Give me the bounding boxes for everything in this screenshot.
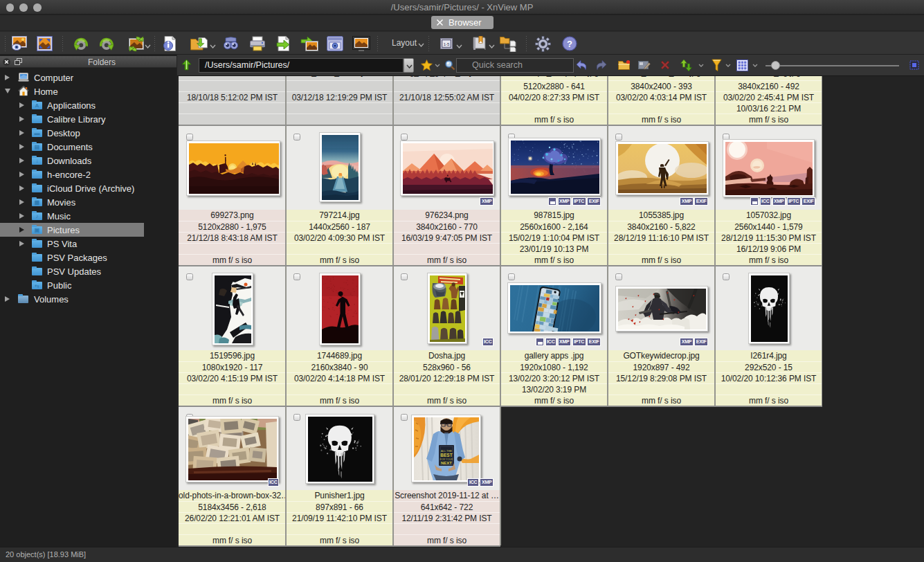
svg-text:?: ? <box>567 39 572 49</box>
svg-text:NEXT: NEXT <box>440 461 451 465</box>
svg-text:BEST: BEST <box>440 453 452 457</box>
svg-text:1-5: 1-5 <box>444 42 450 46</box>
